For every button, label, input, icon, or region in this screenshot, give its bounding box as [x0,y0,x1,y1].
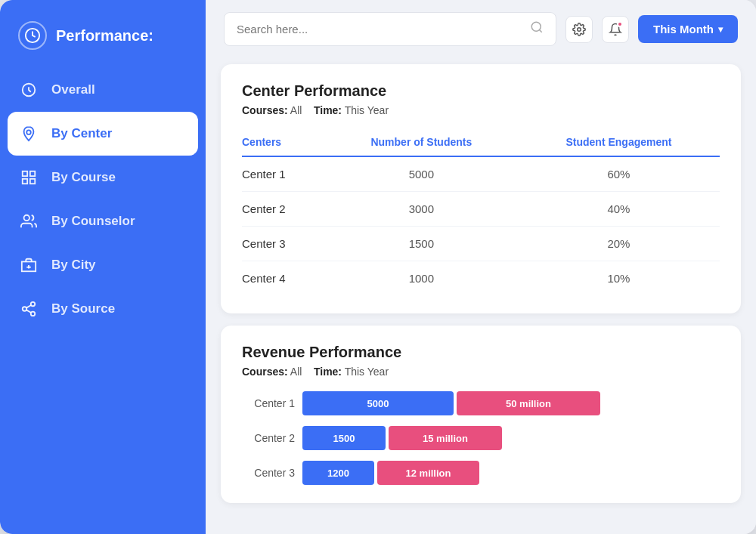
revenue-bar: 15 million [389,426,502,450]
sidebar-item-by-course[interactable]: By Course [0,156,206,199]
col-students: Number of Students [325,130,518,156]
sidebar-item-by-course-label: By Course [51,170,116,185]
by-counselor-icon [18,213,39,230]
svg-point-15 [531,22,541,31]
engagement-value: 40% [518,192,720,227]
by-course-icon [18,169,39,186]
center-performance-card: Center Performance Courses: All Time: Th… [221,64,741,313]
courses-label: Courses: [242,104,288,116]
center-performance-title: Center Performance [242,82,720,100]
engagement-value: 20% [518,227,720,261]
revenue-bars: Center 1 5000 50 million Center 2 1500 1… [242,391,720,485]
svg-rect-2 [23,171,27,176]
center-name: Center 2 [242,192,325,227]
table-row: Center 2 3000 40% [242,192,720,227]
table-row: Center 4 1000 10% [242,261,720,296]
svg-line-14 [26,305,31,308]
table-row: Center 1 5000 60% [242,156,720,192]
rev-time-value: This Year [345,366,389,378]
bar-label: Center 1 [242,397,295,409]
search-box[interactable] [224,12,556,46]
center-name: Center 1 [242,156,325,192]
sidebar-item-by-source-label: By Source [51,301,115,316]
revenue-performance-title: Revenue Performance [242,344,720,361]
notification-button[interactable] [602,16,629,43]
student-bar: 5000 [302,391,454,415]
month-button-label: This Month [653,23,714,35]
engagement-value: 60% [518,156,720,192]
by-center-icon [18,125,39,142]
bar-row: Center 2 1500 15 million [242,426,720,450]
student-count: 1000 [325,261,518,296]
center-performance-table: Centers Number of Students Student Engag… [242,130,720,295]
sidebar-item-by-source[interactable]: By Source [0,287,206,331]
sidebar-item-overall-label: Overall [51,82,95,97]
month-filter-button[interactable]: This Month ▾ [638,15,738,43]
svg-rect-5 [23,179,27,184]
bar-row: Center 3 1200 12 million [242,461,720,485]
notification-dot [617,21,623,27]
content-area: Center Performance Courses: All Time: Th… [206,58,756,534]
search-input[interactable] [237,23,522,35]
svg-point-6 [24,215,29,221]
svg-point-17 [578,27,581,31]
revenue-performance-card: Revenue Performance Courses: All Time: T… [221,326,741,503]
rev-courses-label: Courses: [242,366,288,378]
table-row: Center 3 1500 20% [242,227,720,261]
bar-label: Center 3 [242,467,295,479]
center-name: Center 3 [242,227,325,261]
bar-label: Center 2 [242,432,295,444]
sidebar-item-by-city-label: By City [51,258,96,273]
rev-courses-value: All [290,366,302,378]
time-value: This Year [345,104,389,116]
sidebar-item-by-counselor[interactable]: By Counselor [0,199,206,243]
student-count: 1500 [325,227,518,261]
svg-rect-3 [30,171,35,176]
bar-group: 5000 50 million [302,391,720,415]
col-engagement: Student Engagement [518,130,720,156]
svg-line-16 [540,29,542,32]
revenue-bar: 50 million [457,391,600,415]
sidebar-title: Performance: [56,27,153,45]
svg-point-1 [26,130,31,134]
performance-icon [18,21,47,50]
engagement-value: 10% [518,261,720,296]
student-count: 5000 [325,156,518,192]
rev-time-label: Time: [314,366,342,378]
chevron-down-icon: ▾ [718,24,723,35]
bar-group: 1500 15 million [302,426,720,450]
center-performance-subtitle: Courses: All Time: This Year [242,104,720,116]
time-label: Time: [314,104,342,116]
svg-point-10 [31,302,36,307]
topbar: This Month ▾ [206,0,756,58]
sidebar-item-by-city[interactable]: By City [0,243,206,287]
revenue-performance-subtitle: Courses: All Time: This Year [242,366,720,378]
student-count: 3000 [325,192,518,227]
main-content: This Month ▾ Center Performance Courses:… [206,0,756,534]
courses-value: All [290,104,302,116]
overall-icon [18,82,39,98]
topbar-actions: This Month ▾ [565,15,738,43]
bar-row: Center 1 5000 50 million [242,391,720,415]
settings-button[interactable] [565,16,593,43]
sidebar-item-by-center-label: By Center [51,126,112,141]
search-icon [530,20,544,38]
svg-line-13 [26,310,31,313]
sidebar-header: Performance: [0,0,206,68]
sidebar-item-by-center[interactable]: By Center [8,112,198,156]
sidebar-item-by-counselor-label: By Counselor [51,214,135,229]
sidebar: Performance: Overall By Center [0,0,206,534]
by-city-icon [18,257,39,273]
revenue-bar: 12 million [377,461,479,485]
svg-rect-4 [30,179,35,184]
col-centers: Centers [242,130,325,156]
center-name: Center 4 [242,261,325,296]
svg-point-11 [23,307,27,311]
by-source-icon [18,301,39,317]
bar-group: 1200 12 million [302,461,720,485]
student-bar: 1500 [302,426,386,450]
svg-point-12 [31,312,36,316]
student-bar: 1200 [302,461,374,485]
sidebar-item-overall[interactable]: Overall [0,68,206,112]
